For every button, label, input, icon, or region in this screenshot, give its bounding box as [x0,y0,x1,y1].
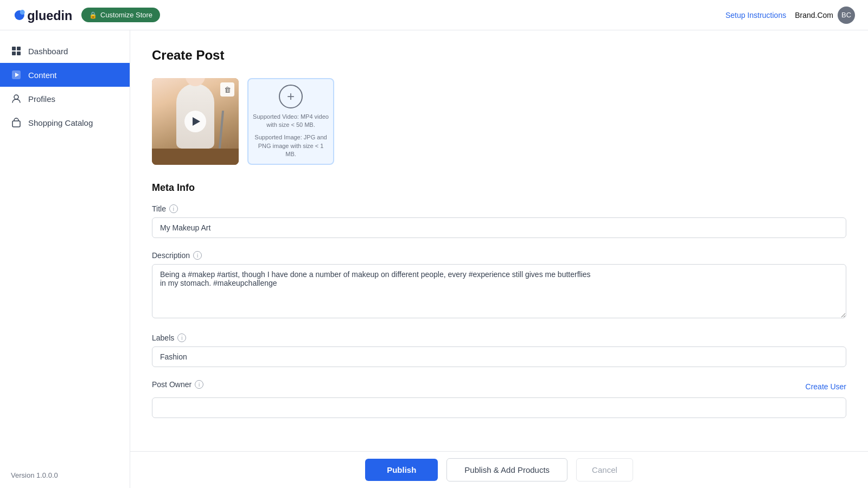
user-info: Brand.Com BC [795,7,855,24]
publish-button[interactable]: Publish [365,459,438,481]
meta-section: Meta Info Title i Description i Being a [152,182,846,418]
layout: Dashboard Content [0,30,868,488]
svg-rect-4 [17,47,21,50]
description-info-icon: i [193,251,202,260]
cancel-button[interactable]: Cancel [576,458,633,481]
media-preview: 🗑 [152,78,239,165]
svg-rect-3 [12,47,16,50]
svg-rect-6 [17,52,21,55]
page-title: Create Post [152,48,846,63]
post-owner-label: Post Owner [152,380,192,389]
profiles-label: Profiles [28,94,55,104]
svg-point-9 [14,95,18,99]
description-label-row: Description i [152,251,846,260]
bottom-bar: Publish Publish & Add Products Cancel [130,451,868,488]
shopping-label: Shopping Catalog [28,118,93,127]
table [152,149,239,165]
upload-image-hint: Supported Image: JPG and PNG image with … [248,133,333,158]
title-label: Title [152,204,166,213]
publish-add-products-button[interactable]: Publish & Add Products [446,458,567,481]
upload-video-hint: Supported Video: MP4 video with size < 5… [248,113,333,130]
sidebar: Dashboard Content [0,30,130,488]
media-upload-box[interactable]: + Supported Video: MP4 video with size <… [247,78,334,165]
play-triangle [193,117,200,126]
dashboard-label: Dashboard [28,47,68,56]
customize-store-button[interactable]: 🔒 Customize Store [81,8,160,22]
post-owner-row: Post Owner i Create User [152,380,846,393]
svg-point-2 [20,10,25,15]
description-label: Description [152,251,190,260]
title-label-row: Title i [152,204,846,213]
labels-input[interactable] [152,346,846,367]
title-info-icon: i [169,204,178,213]
setup-instructions-link[interactable]: Setup Instructions [725,11,786,20]
title-group: Title i [152,204,846,238]
sidebar-version: Version 1.0.0.0 [0,463,130,488]
play-button[interactable] [184,111,206,132]
labels-label-row: Labels i [152,333,846,342]
logo: gluedin [13,5,73,25]
svg-rect-5 [12,52,16,55]
description-input[interactable]: Being a #makep #artist, though I have do… [152,264,846,318]
sidebar-nav: Dashboard Content [0,30,130,143]
delete-media-button[interactable]: 🗑 [220,82,234,97]
labels-group: Labels i [152,333,846,367]
svg-text:gluedin: gluedin [27,9,72,23]
play-icon [11,69,22,80]
post-owner-group: Post Owner i Create User [152,380,846,418]
main-content: Create Post [130,30,868,451]
sidebar-item-profiles[interactable]: Profiles [0,87,130,111]
header-left: gluedin 🔒 Customize Store [13,5,160,25]
post-owner-label-row: Post Owner i [152,380,203,389]
sidebar-item-dashboard[interactable]: Dashboard [0,39,130,63]
sidebar-item-content[interactable]: Content [0,63,130,87]
sidebar-item-shopping[interactable]: Shopping Catalog [0,111,130,134]
person-icon [11,93,22,104]
content-label: Content [28,70,57,80]
header: gluedin 🔒 Customize Store Setup Instruct… [0,0,868,30]
avatar: BC [838,7,855,24]
grid-icon [11,46,22,56]
labels-info-icon: i [177,333,186,342]
description-group: Description i Being a #makep #artist, th… [152,251,846,320]
bag-icon [11,117,22,128]
svg-rect-10 [12,121,20,127]
post-owner-input[interactable] [152,397,846,418]
user-name: Brand.Com [795,11,833,20]
header-right: Setup Instructions Brand.Com BC [725,7,855,24]
lock-icon: 🔒 [89,11,97,19]
post-owner-info-icon: i [195,380,203,389]
upload-plus-icon: + [279,85,303,108]
labels-label: Labels [152,333,174,342]
create-user-link[interactable]: Create User [806,382,846,391]
meta-section-title: Meta Info [152,182,846,194]
title-input[interactable] [152,217,846,238]
media-row: 🗑 + Supported Video: MP4 video with size… [152,78,846,165]
